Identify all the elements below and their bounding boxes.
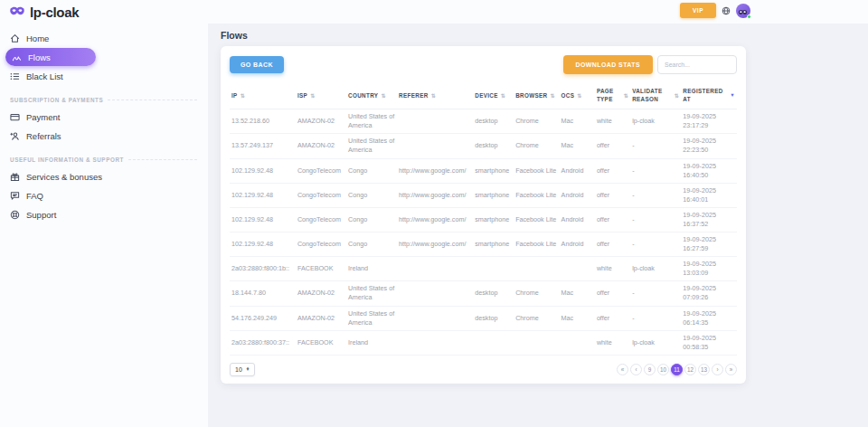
sort-icon[interactable]: ⇅ <box>381 92 385 99</box>
cell-registered-at: 19-09-2025 22:23:50 <box>681 134 737 158</box>
column-header-content: REFERER⇅ <box>399 91 471 100</box>
cell-page-type: offer <box>595 232 630 257</box>
column-header-country[interactable]: COUNTRY⇅ <box>346 82 397 109</box>
cell-registered-at: 19-09-2025 16:27:59 <box>681 232 737 257</box>
cell-country: United States of America <box>346 306 397 330</box>
sort-icon[interactable]: ⇅ <box>624 92 628 99</box>
flows-table: IP⇅ISP⇅COUNTRY⇅REFERER⇅DEVICE⇅BROWSER⇅OC… <box>230 82 737 356</box>
payment-icon <box>10 112 20 122</box>
cell-device <box>473 257 514 281</box>
table-header-row: IP⇅ISP⇅COUNTRY⇅REFERER⇅DEVICE⇅BROWSER⇅OC… <box>230 82 737 109</box>
sidebar-item-label: Services & bonuses <box>26 172 102 182</box>
brand-name: lp-cloak <box>30 5 79 20</box>
sidebar-item-referrals[interactable]: Referrals <box>0 127 208 145</box>
column-header-content: ISP⇅ <box>297 91 344 100</box>
sort-icon[interactable]: ⇅ <box>577 92 581 99</box>
sidebar-section-header: Useful Information & Support <box>10 157 197 163</box>
column-header-content: PAGE TYPE⇅ <box>597 87 628 103</box>
cell-ip: 54.176.249.249 <box>230 306 296 330</box>
cell-device: smartphone <box>473 158 514 183</box>
cell-ocs: Mac <box>560 109 595 134</box>
cell-registered-at: 19-09-2025 06:14:35 <box>681 306 737 330</box>
search-input[interactable] <box>657 55 737 74</box>
cell-validate-reason: - <box>630 281 681 306</box>
cell-ip: 102.129.92.48 <box>230 207 296 232</box>
card-toolbar: GO BACK DOWNLOAD STATS <box>230 55 737 74</box>
column-header-validate-reason[interactable]: VALIDATE REASON⇅ <box>630 82 681 109</box>
page-button-13[interactable]: 13 <box>698 364 710 375</box>
column-label: REGISTERED AT <box>683 87 727 103</box>
brand-logo[interactable]: lp-cloak <box>9 4 79 20</box>
page-button-11[interactable]: 11 <box>671 364 683 375</box>
next-page-button[interactable]: › <box>712 364 723 375</box>
page-button-10[interactable]: 10 <box>657 364 669 375</box>
column-header-page-type[interactable]: PAGE TYPE⇅ <box>595 82 630 109</box>
column-header-browser[interactable]: BROWSER⇅ <box>514 82 559 109</box>
cell-isp: CongoTelecom <box>296 183 346 207</box>
cell-referer <box>397 109 473 134</box>
sidebar-item-services-bonuses[interactable]: Services & bonuses <box>0 167 208 185</box>
sort-icon[interactable]: ⇅ <box>550 92 554 99</box>
sidebar-item-black-list[interactable]: Black List <box>0 67 208 85</box>
cell-registered-at: 19-09-2025 00:58:35 <box>681 330 737 355</box>
globe-icon[interactable] <box>722 6 731 15</box>
sidebar-item-support[interactable]: Support <box>0 205 208 223</box>
sidebar-item-faq[interactable]: FAQ <box>0 186 208 204</box>
column-header-content: IP⇅ <box>231 91 294 100</box>
cell-country: Congo <box>346 207 397 232</box>
table-row: 54.176.249.249AMAZON-02United States of … <box>230 306 737 330</box>
column-header-registered-at[interactable]: REGISTERED AT▼ <box>681 82 737 109</box>
go-back-button[interactable]: GO BACK <box>230 56 284 73</box>
sort-icon[interactable]: ⇅ <box>241 92 245 99</box>
cell-page-type: offer <box>595 207 630 232</box>
sidebar-item-label: FAQ <box>26 191 43 201</box>
page-button-9[interactable]: 9 <box>644 364 656 375</box>
table-row: 102.129.92.48CongoTelecomCongohttp://www… <box>230 207 737 232</box>
column-header-ocs[interactable]: OCS⇅ <box>560 82 595 109</box>
column-header-referer[interactable]: REFERER⇅ <box>397 82 473 109</box>
cell-page-type: offer <box>595 158 630 183</box>
sort-icon[interactable]: ⇅ <box>501 92 505 99</box>
sort-active-icon[interactable]: ▼ <box>730 92 735 98</box>
cell-referer <box>397 306 473 330</box>
vip-button[interactable]: VIP <box>680 3 716 18</box>
page-button-12[interactable]: 12 <box>684 364 696 375</box>
cell-validate-reason: lp-cloak <box>630 257 681 281</box>
cell-page-type: white <box>595 109 630 134</box>
topbar-right: VIP <box>680 3 750 18</box>
column-label: PAGE TYPE <box>597 87 621 103</box>
first-page-button[interactable]: « <box>617 364 628 375</box>
cell-validate-reason: - <box>630 232 681 257</box>
cell-referer: http://www.google.com/ <box>397 183 473 207</box>
column-label: ISP <box>297 91 307 100</box>
cell-ip: 102.129.92.48 <box>230 158 296 183</box>
sidebar-item-payment[interactable]: Payment <box>0 108 208 126</box>
download-stats-button[interactable]: DOWNLOAD STATS <box>563 55 653 74</box>
cell-isp: AMAZON-02 <box>296 134 346 158</box>
column-header-isp[interactable]: ISP⇅ <box>296 82 346 109</box>
cell-ip: 2a03:2880:f800:37:: <box>230 330 296 355</box>
home-icon <box>10 33 20 43</box>
sidebar-item-label: Flows <box>28 52 51 62</box>
cell-registered-at: 19-09-2025 23:17:29 <box>681 109 737 134</box>
table-row: 102.129.92.48CongoTelecomCongohttp://www… <box>230 232 737 257</box>
sort-icon[interactable]: ⇅ <box>675 92 679 99</box>
column-header-ip[interactable]: IP⇅ <box>230 82 296 109</box>
sort-icon[interactable]: ⇅ <box>310 92 315 99</box>
column-label: COUNTRY <box>348 91 378 100</box>
user-avatar[interactable] <box>736 4 750 18</box>
last-page-button[interactable]: » <box>725 364 737 375</box>
prev-page-button[interactable]: ‹ <box>630 364 642 375</box>
cell-isp: FACEBOOK <box>296 330 346 355</box>
cell-browser: Facebook Lite <box>514 158 559 183</box>
support-icon <box>10 210 20 220</box>
sidebar-nav: HomeFlowsBlack ListSubscription & Paymen… <box>0 29 208 223</box>
page-size-select[interactable]: 10 ▲▼ <box>230 363 255 376</box>
column-header-device[interactable]: DEVICE⇅ <box>473 82 514 109</box>
sidebar-item-label: Support <box>26 210 56 220</box>
sort-icon[interactable]: ⇅ <box>431 92 436 99</box>
sidebar-item-home[interactable]: Home <box>0 29 208 47</box>
column-label: OCS <box>561 91 575 100</box>
sidebar-item-flows[interactable]: Flows <box>5 48 96 66</box>
cell-page-type: white <box>595 257 630 281</box>
